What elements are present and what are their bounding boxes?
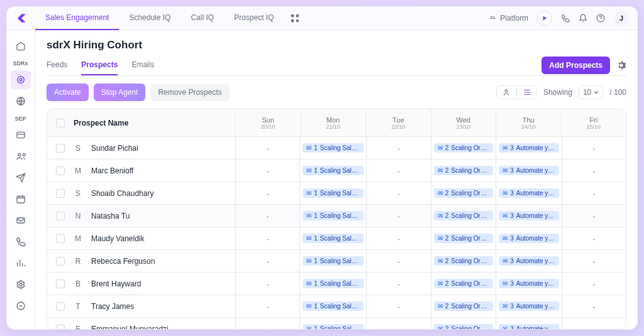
cell-mon: ✉1Scaling Sales ... (300, 160, 367, 182)
sequence-chip[interactable]: ✉3Automate you... (499, 166, 559, 175)
bell-icon[interactable] (579, 14, 587, 23)
topnav-tab-prospect-iq[interactable]: Prospect IQ (224, 6, 284, 30)
row-initial: N (72, 212, 84, 220)
add-prospects-button[interactable]: Add Prospects (541, 57, 610, 74)
user-avatar[interactable]: J (614, 11, 629, 26)
play-icon[interactable] (537, 11, 552, 26)
row-checkbox[interactable] (56, 144, 65, 153)
prospect-name[interactable]: Shoaib Chaudhary (91, 189, 153, 198)
topnav-tab-sales-engagement[interactable]: Sales Engagement (35, 6, 119, 30)
sequence-chip[interactable]: ✉2Scaling Order... (434, 166, 493, 175)
select-all-checkbox[interactable] (56, 119, 65, 127)
sidebar-home-icon[interactable] (11, 36, 31, 55)
sequence-chip[interactable]: ✉3Automate you... (499, 301, 559, 311)
sequence-chip[interactable]: ✉2Scaling Order... (434, 188, 493, 198)
cell-fri: - (562, 227, 626, 249)
sidebar-send-icon[interactable] (11, 168, 31, 187)
subtab-emails[interactable]: Emails (131, 55, 154, 75)
sequence-chip[interactable]: ✉2Scaling Order... (434, 143, 493, 153)
cell-sun: - (236, 318, 300, 329)
row-checkbox[interactable] (56, 302, 65, 311)
sidebar-inbox-icon[interactable] (11, 126, 31, 144)
sequence-chip[interactable]: ✉3Automate you... (499, 143, 559, 153)
prospect-name[interactable]: Emmanuel Munyaradzi (91, 325, 169, 330)
sidebar-calendar-icon[interactable] (11, 190, 31, 209)
prospect-name[interactable]: Rebecca Ferguson (91, 257, 155, 266)
prospect-name[interactable]: Natasha Tu (91, 212, 130, 220)
row-checkbox[interactable] (56, 212, 65, 220)
subtab-feeds[interactable]: Feeds (47, 55, 67, 75)
topnav-tab-call-iq[interactable]: Call IQ (180, 6, 224, 30)
row-checkbox[interactable] (56, 257, 65, 266)
sequence-chip[interactable]: ✉3Automate you... (499, 234, 559, 243)
row-initial: M (72, 234, 84, 243)
sidebar-globe-icon[interactable] (11, 92, 31, 111)
row-checkbox[interactable] (56, 166, 65, 175)
platform-button[interactable]: Platform (489, 14, 528, 23)
sidebar-chart-icon[interactable] (11, 254, 31, 273)
sidebar-phone-icon[interactable] (11, 232, 31, 251)
showing-select[interactable]: 10 (579, 85, 603, 99)
prospect-name[interactable]: Sundar Pichai (91, 144, 138, 153)
table-row: MMaudy Vaneldik-✉1Scaling Sales ...-✉2Sc… (47, 227, 626, 250)
sequence-chip[interactable]: ✉2Scaling Order... (434, 279, 493, 288)
row-checkbox[interactable] (56, 189, 65, 198)
cell-sun: - (236, 182, 300, 204)
prospect-name[interactable]: Maudy Vaneldik (91, 234, 145, 243)
day-header-wed: Wed23/10 (431, 109, 497, 136)
sequence-chip[interactable]: ✉1Scaling Sales ... (303, 324, 364, 329)
settings-gear-icon[interactable] (616, 60, 626, 70)
sequence-chip[interactable]: ✉1Scaling Sales ... (303, 188, 364, 198)
sequence-chip[interactable]: ✉1Scaling Sales ... (303, 211, 364, 220)
remove-prospects-button[interactable]: Remove Prospects (150, 84, 229, 101)
row-checkbox[interactable] (56, 325, 65, 330)
sidebar-users-icon[interactable] (11, 147, 31, 166)
sequence-chip[interactable]: ✉3Automate you... (499, 256, 559, 266)
prospect-name[interactable]: Marc Benioff (91, 166, 133, 175)
view-toggle[interactable]: | (496, 85, 537, 99)
top-nav-tabs: Sales EngagementSchedule IQCall IQProspe… (35, 6, 284, 30)
sequence-chip[interactable]: ✉1Scaling Sales ... (303, 301, 364, 311)
sidebar-minus-icon[interactable] (11, 296, 31, 315)
prospect-name[interactable]: Tracy James (91, 302, 134, 311)
sequence-chip[interactable]: ✉2Scaling Order... (434, 211, 493, 220)
sequence-chip[interactable]: ✉2Scaling Order... (434, 234, 493, 243)
sequence-chip[interactable]: ✉2Scaling Order... (434, 301, 493, 311)
sequence-chip[interactable]: ✉2Scaling Order... (434, 256, 493, 266)
stop-agent-button[interactable]: Stop Agent (94, 84, 146, 101)
phone-icon[interactable] (561, 14, 570, 23)
sidebar-target-icon[interactable] (11, 70, 31, 89)
subtab-prospects[interactable]: Prospects (81, 55, 118, 75)
sequence-chip[interactable]: ✉3Automate you... (499, 279, 559, 288)
sequence-chip[interactable]: ✉1Scaling Sales ... (303, 143, 364, 153)
sidebar-mail-icon[interactable] (11, 211, 31, 230)
svg-rect-0 (291, 14, 293, 16)
showing-label: Showing (543, 88, 572, 97)
page-title: sdrX Hiring Cohort (47, 39, 626, 51)
app-logo[interactable] (15, 12, 28, 24)
row-checkbox[interactable] (56, 234, 65, 243)
sequence-chip[interactable]: ✉3Automate you... (499, 188, 559, 198)
sequence-chip[interactable]: ✉2Scaling Order... (434, 324, 493, 329)
sidebar-settings-icon[interactable] (11, 275, 31, 294)
sidebar-group-sep: SEP (14, 116, 26, 122)
cell-thu: ✉3Automate you... (496, 273, 562, 295)
cell-mon: ✉1Scaling Sales ... (300, 273, 367, 295)
row-checkbox[interactable] (56, 279, 65, 288)
prospect-name[interactable]: Brent Hayward (91, 279, 141, 288)
row-initial: R (72, 257, 84, 266)
sequence-chip[interactable]: ✉1Scaling Sales ... (303, 279, 364, 288)
apps-icon[interactable] (291, 14, 299, 23)
cell-wed: ✉2Scaling Order... (431, 137, 496, 159)
help-icon[interactable] (596, 14, 605, 23)
sequence-chip[interactable]: ✉3Automate you... (499, 211, 559, 220)
cell-sun: - (236, 295, 300, 317)
activate-button[interactable]: Activate (47, 84, 89, 101)
cell-wed: ✉2Scaling Order... (431, 227, 496, 249)
topnav-tab-schedule-iq[interactable]: Schedule IQ (119, 6, 180, 30)
cell-wed: ✉2Scaling Order... (431, 205, 496, 227)
sequence-chip[interactable]: ✉3Automate you... (499, 324, 559, 329)
sequence-chip[interactable]: ✉1Scaling Sales ... (303, 234, 364, 243)
sequence-chip[interactable]: ✉1Scaling Sales ... (303, 166, 364, 175)
sequence-chip[interactable]: ✉1Scaling Sales ... (303, 256, 364, 266)
